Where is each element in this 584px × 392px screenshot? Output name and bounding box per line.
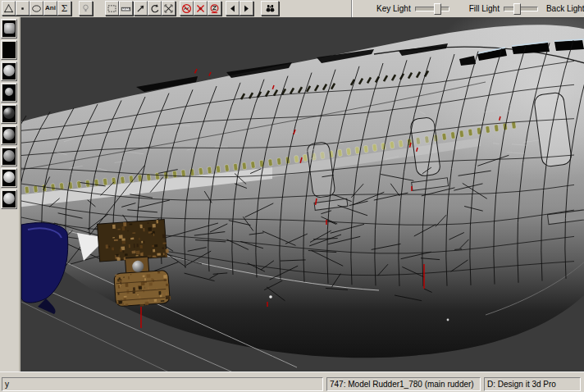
scale-icon bbox=[163, 3, 174, 14]
key-light-thumb[interactable] bbox=[434, 3, 441, 15]
no-scale-toggle-button[interactable] bbox=[208, 1, 221, 16]
material-slot-6[interactable] bbox=[1, 125, 17, 145]
light-icon bbox=[80, 3, 91, 14]
status-bar: y 747: Model Rudder1_780 (main rudder) D… bbox=[0, 376, 584, 392]
selection-marquee-icon bbox=[107, 3, 117, 14]
next-frame-button[interactable] bbox=[240, 1, 253, 16]
key-light-group: Key Light bbox=[376, 4, 449, 13]
rotate-tool-button[interactable] bbox=[148, 1, 162, 16]
key-light-slider[interactable] bbox=[415, 7, 449, 11]
slot-preview bbox=[2, 127, 16, 144]
material-slot-4[interactable] bbox=[1, 83, 17, 103]
material-slot-sidebar bbox=[0, 17, 21, 372]
ruler-icon bbox=[121, 3, 131, 14]
fill-light-thumb[interactable] bbox=[513, 3, 521, 15]
point-tool-button[interactable] bbox=[16, 1, 30, 16]
pyramid-tool-button[interactable] bbox=[2, 1, 16, 16]
slot-preview bbox=[2, 63, 16, 80]
fill-light-slider[interactable] bbox=[504, 7, 538, 11]
material-slot-7[interactable] bbox=[1, 147, 17, 166]
status-app-info: D: Design it 3d Pro bbox=[484, 377, 581, 391]
wireframe-747-render bbox=[21, 18, 584, 372]
no-move-toggle-button[interactable] bbox=[180, 1, 194, 16]
slot-preview bbox=[2, 148, 16, 165]
slot-preview bbox=[2, 191, 16, 207]
back-light-group: Back Light bbox=[546, 4, 584, 13]
light-slider-panel: Key Light Fill Light Back Light bbox=[351, 0, 584, 17]
slot-preview bbox=[2, 170, 16, 186]
status-axis-field: y bbox=[2, 377, 323, 391]
fill-light-label: Fill Light bbox=[469, 4, 500, 13]
no-rotate-toggle-button[interactable] bbox=[194, 1, 208, 16]
no-scale-icon bbox=[209, 3, 220, 14]
animation-tool-button[interactable]: Ani bbox=[43, 1, 57, 16]
next-icon bbox=[241, 3, 252, 14]
ellipse-tool-button[interactable] bbox=[30, 1, 43, 16]
slot-preview bbox=[2, 42, 16, 58]
material-slot-8[interactable] bbox=[1, 168, 17, 188]
material-slot-2[interactable] bbox=[1, 40, 17, 60]
measure-tool-button[interactable] bbox=[119, 1, 133, 16]
light-tool-button[interactable] bbox=[79, 1, 93, 16]
animation-tool-label: Ani bbox=[45, 5, 56, 11]
material-slot-9[interactable] bbox=[1, 189, 17, 209]
find-tool-button[interactable] bbox=[261, 1, 279, 16]
slot-preview bbox=[2, 106, 16, 122]
slot-preview bbox=[2, 21, 16, 37]
marquee-tool-button[interactable] bbox=[105, 1, 119, 16]
point-icon bbox=[17, 3, 28, 14]
pyramid-icon bbox=[3, 3, 14, 14]
move-tool-button[interactable] bbox=[134, 1, 148, 16]
move-arrow-icon bbox=[135, 3, 146, 14]
previous-icon bbox=[227, 3, 238, 14]
back-light-label: Back Light bbox=[546, 4, 584, 13]
previous-frame-button[interactable] bbox=[226, 1, 240, 16]
key-light-label: Key Light bbox=[376, 4, 411, 13]
material-slot-5[interactable] bbox=[1, 104, 17, 124]
scale-tool-button[interactable] bbox=[162, 1, 176, 16]
application-window: Ani Σ Key Light Fill Light Back Light bbox=[0, 0, 584, 392]
sum-tool-button[interactable]: Σ bbox=[57, 1, 71, 16]
material-slot-1[interactable] bbox=[1, 19, 17, 39]
slot-preview bbox=[2, 84, 16, 101]
material-slot-3[interactable] bbox=[1, 62, 17, 81]
fill-light-group: Fill Light bbox=[469, 4, 538, 13]
binoculars-icon bbox=[265, 3, 276, 14]
no-rotate-icon bbox=[195, 3, 206, 14]
no-move-icon bbox=[181, 3, 192, 14]
sum-tool-label: Σ bbox=[62, 4, 68, 13]
viewport-3d[interactable] bbox=[21, 18, 584, 372]
status-model-info: 747: Model Rudder1_780 (main rudder) bbox=[326, 377, 481, 391]
main-toolbar: Ani Σ Key Light Fill Light Back Light bbox=[0, 0, 584, 18]
ellipse-icon bbox=[31, 3, 42, 14]
rotate-icon bbox=[149, 3, 160, 14]
